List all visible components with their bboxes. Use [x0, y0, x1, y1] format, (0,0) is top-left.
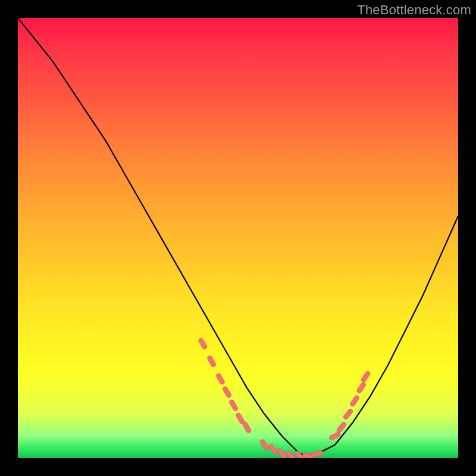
plot-area — [18, 18, 458, 458]
outer-frame: TheBottleneck.com — [0, 0, 476, 476]
watermark-text: TheBottleneck.com — [357, 2, 471, 18]
